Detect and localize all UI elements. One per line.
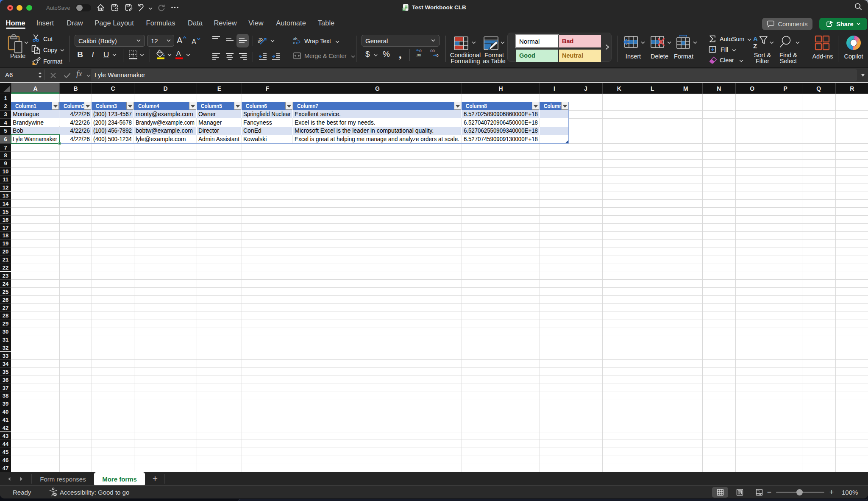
normal-view-button[interactable] [712, 487, 728, 498]
find-select-chevron-icon[interactable] [795, 40, 800, 45]
increase-decimal-icon[interactable]: 0 .00 [415, 49, 426, 57]
cell-H4[interactable]: 6.527040720906450000E+18 [462, 118, 540, 126]
row-header-5[interactable]: 5 [0, 127, 11, 135]
row-header-39[interactable]: 39 [0, 400, 11, 408]
undo-icon[interactable] [137, 3, 146, 12]
cell-B5[interactable]: 4/22/26 [59, 127, 92, 135]
filter-button-column4[interactable] [189, 102, 196, 110]
orientation-icon[interactable]: ab [258, 36, 268, 46]
sort-filter-icon[interactable]: A Z [753, 35, 769, 50]
page-break-view-button[interactable] [751, 487, 767, 498]
column-header-M[interactable]: M [669, 83, 702, 94]
cell-D4[interactable]: Brandyw@example.com [134, 118, 197, 126]
column-header-I[interactable]: I [540, 83, 569, 94]
align-left-icon[interactable] [212, 53, 220, 60]
conditional-formatting-icon[interactable] [454, 36, 469, 51]
increase-font-icon[interactable]: A [176, 35, 186, 45]
cell-F3[interactable]: Springfield Nuclear [242, 110, 293, 118]
filter-button-column2[interactable] [84, 102, 91, 110]
cell-H5[interactable]: 6.527062550909340000E+18 [462, 127, 540, 135]
row-header-43[interactable]: 43 [0, 432, 11, 440]
column-header-K[interactable]: K [602, 83, 636, 94]
filter-button-column1[interactable] [52, 102, 59, 110]
align-top-icon[interactable] [212, 36, 220, 42]
cell-G4[interactable]: Excel is the best for my needs. [293, 118, 462, 126]
add-sheet-button[interactable]: + [150, 472, 160, 485]
filter-button-column7[interactable] [454, 102, 461, 110]
column-header-A[interactable]: A [11, 83, 59, 94]
column-header-R[interactable]: R [835, 83, 868, 94]
ribbon-tab-data[interactable]: Data [188, 17, 203, 28]
row-header-37[interactable]: 37 [0, 384, 11, 392]
row-header-21[interactable]: 21 [0, 256, 11, 264]
fx-icon[interactable]: fx [76, 69, 82, 78]
zoom-percentage[interactable]: 100% [842, 489, 858, 496]
row-header-33[interactable]: 33 [0, 352, 11, 360]
row-header-11[interactable]: 11 [0, 175, 11, 184]
cell-C4[interactable]: (200) 234-5678 [92, 118, 134, 126]
font-color-chevron-icon[interactable] [186, 53, 191, 58]
style-chip-neutral[interactable]: Neutral [559, 50, 601, 62]
cell-E6[interactable]: Admin Assistant [197, 135, 242, 143]
sheet-nav-right-icon[interactable] [19, 476, 24, 482]
format-cells-chevron-icon[interactable] [693, 40, 698, 45]
cell-G3[interactable]: Excellent service. [293, 110, 462, 118]
decrease-indent-icon[interactable] [259, 53, 267, 60]
row-header-26[interactable]: 26 [0, 295, 11, 303]
row-header-32[interactable]: 32 [0, 344, 11, 352]
more-icon[interactable] [170, 3, 179, 12]
filter-button-column3[interactable] [126, 102, 134, 110]
cell-I6[interactable] [540, 135, 569, 143]
format-as-table-icon[interactable] [484, 36, 500, 51]
column-header-N[interactable]: N [702, 83, 736, 94]
row-header-10[interactable]: 10 [0, 167, 11, 175]
row-header-44[interactable]: 44 [0, 440, 11, 448]
increase-indent-icon[interactable] [272, 53, 280, 60]
align-bottom-icon[interactable] [239, 37, 247, 45]
conditional-formatting-chevron-icon[interactable] [471, 40, 476, 45]
insert-cells-icon[interactable] [623, 36, 639, 48]
copilot-icon[interactable] [846, 35, 861, 50]
percent-button[interactable]: % [383, 50, 391, 61]
row-header-15[interactable]: 15 [0, 207, 11, 215]
page-layout-view-button[interactable] [732, 487, 748, 498]
row-header-16[interactable]: 16 [0, 215, 11, 223]
row-header-28[interactable]: 28 [0, 312, 11, 320]
row-header-36[interactable]: 36 [0, 376, 11, 384]
find-select-icon[interactable] [779, 35, 793, 50]
comma-button[interactable]: , [399, 48, 405, 61]
row-header-41[interactable]: 41 [0, 416, 11, 424]
search-icon[interactable] [854, 3, 862, 11]
cell-G5[interactable]: Microsoft Excel is the leader in computa… [293, 127, 462, 135]
cell-G6[interactable]: Excel is great at helping me manage and … [293, 135, 462, 143]
redo-icon[interactable] [157, 3, 166, 12]
row-header-8[interactable]: 8 [0, 151, 11, 159]
home-icon[interactable] [96, 3, 105, 12]
font-size-select[interactable]: 12 [147, 35, 174, 47]
undo-chevron-icon[interactable] [148, 5, 153, 10]
formula-input[interactable] [91, 69, 857, 81]
cell-F4[interactable]: Fancyness [242, 118, 293, 126]
ribbon-tab-table[interactable]: Table [318, 17, 334, 28]
formula-bar-expand-icon[interactable] [860, 73, 865, 78]
decrease-decimal-icon[interactable]: .00 0 [429, 49, 439, 57]
row-header-18[interactable]: 18 [0, 231, 11, 239]
cell-F5[interactable]: ConEd [242, 127, 293, 135]
orientation-chevron-icon[interactable] [270, 39, 275, 44]
row-header-6[interactable]: 6 [0, 135, 11, 143]
format-cells-icon[interactable] [676, 35, 691, 49]
enter-icon[interactable] [64, 72, 71, 78]
column-header-F[interactable]: F [242, 83, 293, 94]
clear-chevron-icon[interactable] [739, 58, 744, 64]
fill-chevron-icon[interactable] [732, 48, 737, 53]
comments-button[interactable]: Comments [762, 18, 812, 30]
align-right-icon[interactable] [239, 53, 247, 60]
sort-filter-chevron-icon[interactable] [769, 40, 774, 45]
ribbon-tab-insert[interactable]: Insert [36, 17, 54, 28]
row-header-13[interactable]: 13 [0, 192, 11, 200]
row-header-20[interactable]: 20 [0, 248, 11, 256]
row-header-35[interactable]: 35 [0, 367, 11, 376]
cell-B6[interactable]: 4/22/26 [59, 135, 92, 143]
borders-icon[interactable] [128, 50, 138, 59]
row-header-34[interactable]: 34 [0, 359, 11, 367]
